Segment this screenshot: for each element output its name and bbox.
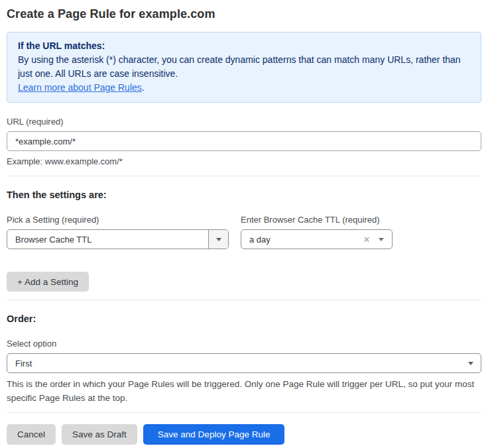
chevron-down-icon: [216, 238, 221, 241]
divider: [7, 412, 481, 413]
url-input[interactable]: [7, 131, 481, 151]
url-example-hint: Example: www.example.com/*: [7, 156, 481, 167]
ttl-select-value: a day: [241, 235, 363, 245]
link-suffix-period: .: [142, 82, 145, 93]
ttl-picker-column: Enter Browser Cache TTL (required) a day…: [241, 201, 393, 249]
info-box-link-line: Learn more about Page Rules.: [18, 81, 470, 95]
ttl-picker-label: Enter Browser Cache TTL (required): [241, 215, 393, 225]
create-page-rule-form: Create a Page Rule for example.com If th…: [0, 0, 488, 445]
setting-select-value: Browser Cache TTL: [7, 235, 208, 245]
url-label: URL (required): [7, 117, 481, 127]
divider: [7, 176, 481, 176]
cancel-button[interactable]: Cancel: [7, 424, 56, 445]
save-and-deploy-button[interactable]: Save and Deploy Page Rule: [143, 424, 285, 445]
order-select-value: First: [7, 359, 468, 368]
settings-row: Pick a Setting (required) Browser Cache …: [7, 201, 481, 249]
save-as-draft-button[interactable]: Save as Draft: [62, 424, 137, 445]
order-help-text: This is the order in which your Page Rul…: [7, 377, 481, 405]
footer-actions: Cancel Save as Draft Save and Deploy Pag…: [7, 424, 481, 445]
chevron-down-icon: [379, 238, 384, 241]
order-select[interactable]: First: [7, 353, 481, 373]
setting-select[interactable]: Browser Cache TTL: [7, 229, 229, 249]
info-box-heading: If the URL matches:: [18, 39, 470, 53]
order-section-heading: Order:: [7, 313, 481, 325]
settings-section-heading: Then the settings are:: [7, 189, 481, 201]
setting-picker-column: Pick a Setting (required) Browser Cache …: [7, 201, 229, 249]
divider: [7, 300, 481, 300]
order-select-adornment: [468, 362, 481, 365]
clear-icon[interactable]: ×: [363, 234, 370, 245]
learn-more-link[interactable]: Learn more about Page Rules: [18, 82, 142, 93]
chevron-down-icon: [468, 362, 473, 365]
page-title: Create a Page Rule for example.com: [7, 7, 481, 21]
setting-picker-label: Pick a Setting (required): [7, 215, 229, 225]
add-setting-button[interactable]: + Add a Setting: [7, 272, 89, 292]
ttl-select[interactable]: a day ×: [241, 229, 393, 249]
info-box-body: By using the asterisk (*) character, you…: [18, 53, 470, 81]
url-match-info-box: If the URL matches: By using the asteris…: [7, 32, 481, 103]
ttl-select-adornments: ×: [363, 234, 392, 245]
order-select-label: Select option: [7, 339, 481, 349]
setting-select-arrow-button[interactable]: [208, 230, 228, 249]
